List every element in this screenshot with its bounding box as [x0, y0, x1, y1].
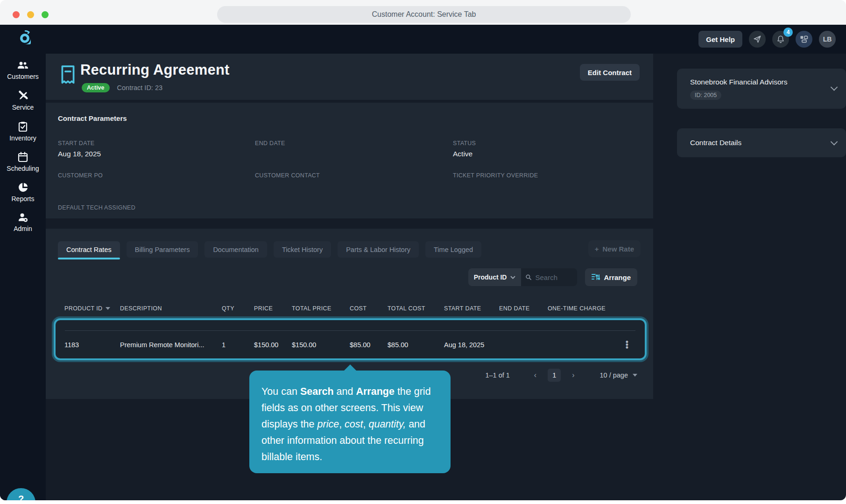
sidebar-item-scheduling[interactable]: Scheduling	[0, 152, 46, 172]
table-header-row: PRODUCT ID DESCRIPTION QTY PRICE TOTAL P…	[54, 302, 647, 315]
column-header-total-price[interactable]: TOTAL PRICE	[292, 305, 350, 312]
search-input[interactable]	[535, 273, 572, 281]
column-header-price[interactable]: PRICE	[254, 305, 292, 312]
pagination: 1–1 of 1 ‹ 1 › 10 / page	[485, 369, 637, 382]
field-ticket-priority-override: TICKET PRIORITY OVERRIDE	[453, 172, 654, 191]
new-rate-button[interactable]: + New Rate	[588, 240, 641, 257]
clipboard-icon	[18, 121, 28, 132]
section-title: Contract Parameters	[58, 114, 653, 122]
tooltip-arrow-icon	[344, 364, 357, 371]
highlighted-grid-area: 1183 Premium Remote Monitori... 1 $150.0…	[54, 318, 647, 360]
tab-documentation[interactable]: Documentation	[204, 241, 267, 258]
sidebar-item-inventory[interactable]: Inventory	[0, 121, 46, 142]
page-title: Recurring Agreement	[80, 62, 230, 78]
pie-chart-icon	[18, 182, 28, 193]
customer-id-badge: ID: 2005	[690, 91, 721, 100]
sort-caret-icon	[106, 307, 110, 310]
pagination-range: 1–1 of 1	[485, 371, 509, 379]
left-sidebar: Customers Service Inventory	[0, 54, 46, 500]
tab-billing-parameters[interactable]: Billing Parameters	[127, 241, 198, 258]
right-rail: Stonebrook Financial Advisors ID: 2005 C…	[665, 54, 846, 157]
plus-icon: +	[595, 245, 599, 253]
minimize-window-button[interactable]	[27, 11, 34, 18]
cell-total-price: $150.00	[292, 341, 350, 349]
page-header: Recurring Agreement Active Contract ID: …	[46, 54, 653, 100]
contract-id-label: Contract ID: 23	[117, 84, 163, 91]
arrange-sort-icon	[592, 273, 600, 281]
window-title: Customer Account: Service Tab	[217, 6, 631, 23]
chevron-down-icon[interactable]	[831, 138, 838, 146]
guidance-tooltip: You can Search and Arrange the grid fiel…	[249, 371, 451, 473]
chevron-down-icon	[510, 276, 515, 279]
column-header-total-cost[interactable]: TOTAL COST	[388, 305, 444, 312]
column-header-qty[interactable]: QTY	[222, 305, 254, 312]
filter-field-select[interactable]: Product ID	[468, 268, 522, 286]
people-icon	[17, 60, 29, 70]
field-customer-contact: CUSTOMER CONTACT	[255, 172, 453, 191]
column-header-cost[interactable]: COST	[350, 305, 388, 312]
chevron-down-icon	[633, 374, 637, 377]
get-help-button[interactable]: Get Help	[698, 31, 742, 48]
cell-total-cost: $85.00	[388, 341, 444, 349]
search-icon	[526, 273, 531, 281]
admin-gear-icon	[18, 212, 28, 223]
tab-ticket-history[interactable]: Ticket History	[274, 241, 331, 258]
sidebar-item-customers[interactable]: Customers	[0, 60, 46, 80]
paper-plane-icon	[753, 35, 761, 43]
customer-name: Stonebrook Financial Advisors	[690, 78, 836, 86]
page-size-select[interactable]: 10 / page	[600, 371, 637, 379]
tooltip-text: You can Search and Arrange the grid fiel…	[261, 384, 438, 465]
bell-icon	[776, 35, 785, 43]
prev-page-button[interactable]: ‹	[529, 371, 541, 379]
contract-details-title: Contract Details	[690, 139, 741, 147]
tab-bar: Contract Rates Billing Parameters Docume…	[58, 241, 481, 258]
grid-toolbar: Product ID	[468, 268, 637, 286]
table-row[interactable]: 1183 Premium Remote Monitori... 1 $150.0…	[56, 331, 645, 358]
notifications-button[interactable]: 4	[772, 31, 789, 48]
field-default-tech-assigned: DEFAULT TECH ASSIGNED	[58, 204, 255, 224]
titlebar: Customer Account: Service Tab	[0, 0, 846, 25]
cell-price: $150.00	[254, 341, 292, 349]
row-actions-kebab-icon[interactable]: •••	[623, 341, 631, 349]
cell-start-date: Aug 18, 2025	[444, 341, 499, 349]
edit-contract-button[interactable]: Edit Contract	[580, 64, 640, 81]
cell-product-id: 1183	[64, 341, 120, 349]
calendar-icon	[18, 152, 28, 162]
customer-card[interactable]: Stonebrook Financial Advisors ID: 2005	[677, 69, 846, 109]
sidebar-item-reports[interactable]: Reports	[0, 182, 46, 203]
arrange-button[interactable]: Arrange	[585, 268, 637, 286]
tools-icon	[17, 90, 28, 101]
cell-qty: 1	[222, 341, 254, 349]
user-avatar[interactable]: LB	[819, 31, 836, 48]
app-topbar: Get Help 4	[0, 25, 846, 54]
tab-time-logged[interactable]: Time Logged	[425, 241, 481, 258]
sidebar-item-admin[interactable]: Admin	[0, 212, 46, 232]
field-end-date: END DATE	[255, 140, 453, 159]
zoom-window-button[interactable]	[42, 11, 49, 18]
app-root: Get Help 4	[0, 25, 846, 500]
status-badge: Active	[82, 83, 110, 92]
current-page-button[interactable]: 1	[548, 369, 561, 382]
next-page-button[interactable]: ›	[567, 371, 579, 379]
column-header-end-date[interactable]: END DATE	[499, 305, 548, 312]
column-header-description[interactable]: DESCRIPTION	[120, 305, 222, 312]
app-switcher-button[interactable]	[796, 31, 812, 48]
tab-parts-labor-history[interactable]: Parts & Labor History	[338, 241, 419, 258]
cell-cost: $85.00	[350, 341, 388, 349]
field-customer-po: CUSTOMER PO	[58, 172, 255, 191]
tab-contract-rates[interactable]: Contract Rates	[58, 241, 120, 258]
close-window-button[interactable]	[13, 11, 20, 18]
send-feedback-button[interactable]	[749, 31, 766, 48]
app-logo-icon[interactable]	[17, 30, 33, 46]
contract-details-card[interactable]: Contract Details	[677, 128, 846, 157]
contract-parameters-section: Contract Parameters START DATE Aug 18, 2…	[46, 103, 653, 218]
window-controls[interactable]	[13, 11, 49, 18]
apps-grid-icon	[799, 35, 809, 44]
search-box[interactable]	[521, 268, 577, 286]
sidebar-item-service[interactable]: Service	[0, 90, 46, 111]
cell-description: Premium Remote Monitori...	[120, 341, 222, 349]
column-header-start-date[interactable]: START DATE	[444, 305, 499, 312]
field-status: STATUS Active	[453, 140, 654, 159]
column-header-product-id[interactable]: PRODUCT ID	[64, 305, 120, 312]
column-header-one-time-charge[interactable]: ONE-TIME CHARGE	[548, 305, 621, 312]
